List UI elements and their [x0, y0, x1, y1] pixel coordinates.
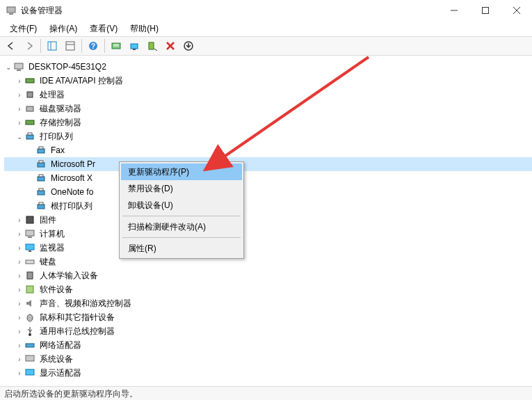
tree-item-storage[interactable]: › 存储控制器 — [4, 115, 532, 129]
menu-help[interactable]: 帮助(H) — [124, 22, 164, 36]
hid-icon — [24, 270, 35, 281]
ctx-uninstall-device[interactable]: 卸载设备(U) — [121, 197, 242, 214]
devmgr-icon — [6, 5, 17, 16]
svg-rect-22 — [17, 70, 21, 71]
cpu-icon — [24, 89, 35, 100]
ctx-scan-hardware[interactable]: 扫描检测硬件改动(A) — [121, 218, 242, 235]
tree-item-network[interactable]: › 网络适配器 — [4, 338, 532, 352]
show-hide-tree-button[interactable] — [44, 38, 61, 54]
tree-item-msxps[interactable]: Microsoft X — [4, 171, 532, 185]
tree-item-firmware[interactable]: › 固件 — [4, 213, 532, 227]
expand-icon[interactable]: › — [15, 216, 24, 224]
expand-icon[interactable]: › — [15, 369, 24, 377]
expand-icon[interactable]: › — [15, 258, 24, 266]
ctx-update-driver[interactable]: 更新驱动程序(P) — [121, 163, 242, 180]
svg-rect-21 — [15, 63, 23, 69]
tree-item-monitor[interactable]: › 监视器 — [4, 241, 532, 255]
ctx-separator — [122, 237, 241, 238]
tree-item-fax[interactable]: Fax — [4, 143, 532, 157]
software-device-icon — [24, 284, 35, 295]
expand-icon[interactable]: › — [15, 272, 24, 280]
tree-item-mouse[interactable]: › 鼠标和其它指针设备 — [4, 310, 532, 324]
printer-icon — [35, 159, 47, 170]
expand-icon[interactable]: › — [15, 91, 24, 99]
menu-action[interactable]: 操作(A) — [44, 22, 83, 36]
tree-item-usb[interactable]: › 通用串行总线控制器 — [4, 324, 532, 338]
svg-rect-40 — [26, 230, 34, 236]
menu-file[interactable]: 文件(F) — [4, 22, 42, 36]
tree-item-label: OneNote fo — [49, 186, 95, 198]
tree-item-label: Fax — [49, 145, 66, 156]
properties-button[interactable] — [62, 38, 79, 54]
mouse-icon — [24, 312, 35, 323]
tree-item-onenote[interactable]: OneNote fo — [4, 185, 532, 199]
svg-rect-6 — [48, 42, 56, 50]
expand-icon[interactable]: › — [15, 286, 24, 294]
tree-root-label: DESKTOP-45E31Q2 — [27, 61, 108, 72]
expand-icon[interactable]: › — [15, 300, 24, 307]
tree-item-disk[interactable]: › 磁盘驱动器 — [4, 102, 532, 115]
expand-icon[interactable]: › — [15, 244, 24, 252]
tree-root[interactable]: ⌄ DESKTOP-45E31Q2 — [4, 60, 532, 74]
tree-item-label: 根打印队列 — [49, 200, 94, 213]
forward-button[interactable] — [21, 38, 38, 54]
ctx-properties[interactable]: 属性(R) — [121, 240, 242, 257]
device-tree[interactable]: ⌄ DESKTOP-45E31Q2 › IDE ATA/ATAPI 控制器 › … — [0, 56, 532, 381]
tree-item-ide[interactable]: › IDE ATA/ATAPI 控制器 — [4, 74, 532, 88]
menu-view[interactable]: 查看(V) — [84, 22, 123, 36]
close-button[interactable] — [501, 0, 532, 21]
svg-point-48 — [29, 333, 31, 336]
computer-category-icon — [24, 228, 35, 239]
tree-item-computer[interactable]: › 计算机 — [4, 227, 532, 241]
tree-item-label: Microsoft Pr — [49, 159, 97, 170]
svg-rect-32 — [39, 161, 43, 163]
tree-item-system[interactable]: › 系统设备 — [4, 352, 532, 366]
keyboard-icon — [24, 256, 35, 267]
expand-icon[interactable]: › — [15, 230, 24, 238]
tree-item-software[interactable]: › 软件设备 — [4, 282, 532, 296]
expand-icon[interactable]: › — [15, 355, 24, 363]
svg-rect-43 — [29, 250, 31, 252]
toolbar-separator — [104, 39, 105, 53]
tree-item-print-queue[interactable]: ⌄ 打印队列 — [4, 129, 532, 143]
help-button[interactable]: ? — [85, 38, 102, 54]
expand-icon[interactable]: › — [15, 119, 24, 127]
collapse-icon[interactable]: ⌄ — [4, 63, 13, 71]
tree-item-keyboard[interactable]: › 键盘 — [4, 255, 532, 269]
tree-item-hid[interactable]: › 人体学输入设备 — [4, 269, 532, 282]
svg-rect-51 — [26, 369, 34, 375]
maximize-button[interactable] — [469, 0, 501, 21]
svg-rect-23 — [26, 79, 34, 83]
scan-hardware-button[interactable] — [108, 38, 124, 54]
svg-rect-25 — [26, 106, 33, 111]
tree-item-audio[interactable]: › 声音、视频和游戏控制器 — [4, 296, 532, 310]
audio-icon — [24, 298, 35, 309]
tree-item-rootprint[interactable]: 根打印队列 — [4, 199, 532, 213]
install-legacy-button[interactable] — [180, 38, 197, 54]
back-button[interactable] — [3, 38, 19, 54]
collapse-icon[interactable]: ⌄ — [15, 133, 24, 141]
expand-icon[interactable]: › — [15, 105, 24, 113]
expand-icon[interactable]: › — [15, 342, 24, 349]
tree-item-cpu[interactable]: › 处理器 — [4, 88, 532, 102]
device-context-menu: 更新驱动程序(P) 禁用设备(D) 卸载设备(U) 扫描检测硬件改动(A) 属性… — [119, 161, 244, 259]
tree-item-display[interactable]: › 显示适配器 — [4, 366, 532, 380]
expand-icon[interactable]: › — [15, 77, 24, 85]
uninstall-device-button[interactable] — [162, 38, 179, 54]
expand-icon[interactable]: › — [15, 328, 24, 335]
update-driver-button[interactable] — [126, 38, 143, 54]
svg-rect-8 — [66, 42, 74, 50]
tree-item-label: IDE ATA/ATAPI 控制器 — [38, 74, 124, 88]
tree-item-label: 固件 — [38, 214, 58, 227]
ctx-disable-device[interactable]: 禁用设备(D) — [121, 180, 242, 197]
tree-item-label: 显示适配器 — [38, 367, 83, 380]
network-icon — [24, 339, 35, 351]
tree-item-msprint[interactable]: Microsoft Pr — [4, 157, 532, 171]
disk-icon — [24, 103, 35, 114]
tree-item-label: 打印队列 — [38, 130, 74, 143]
disable-device-button[interactable] — [144, 38, 161, 54]
printer-icon — [35, 145, 47, 156]
minimize-button[interactable] — [438, 0, 469, 21]
expand-icon[interactable]: › — [15, 314, 24, 321]
svg-rect-1 — [9, 13, 13, 15]
